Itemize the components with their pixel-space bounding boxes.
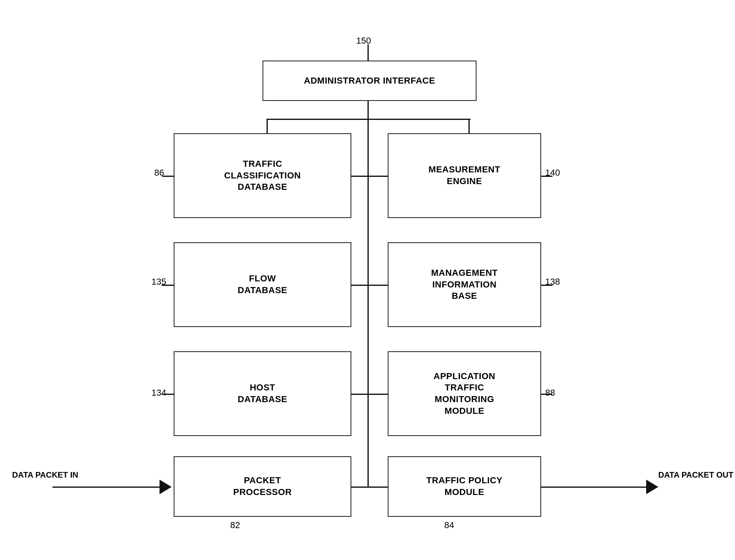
box-host-database: HOST DATABASE [174, 351, 351, 436]
connector-86 [162, 176, 174, 177]
ref-150: 150 [356, 36, 371, 46]
data-packet-in-line [52, 487, 162, 488]
h-conn-right-row4 [368, 487, 388, 488]
box-traffic-policy-module: TRAFFIC POLICY MODULE [388, 456, 541, 517]
data-packet-out-arrowhead [646, 480, 658, 494]
data-packet-out-label: DATA PACKET OUT [658, 470, 733, 480]
box-traffic-classification-db: TRAFFIC CLASSIFICATION DATABASE [174, 133, 351, 218]
data-packet-in-arrowhead [160, 480, 172, 494]
ref-134: 134 [151, 388, 166, 398]
h-conn-right-row2 [368, 285, 388, 286]
ref-84: 84 [444, 520, 454, 531]
h-conn-left-row4 [351, 487, 368, 488]
connector-admin-down [368, 101, 369, 119]
diagram-container: 150 ADMINISTRATOR INTERFACE TRAFFIC CLAS… [0, 0, 735, 560]
connector-150-admin [368, 44, 369, 61]
h-conn-right-row1 [368, 176, 388, 177]
box-management-info-base: MANAGEMENT INFORMATION BASE [388, 242, 541, 327]
center-vertical-line [368, 117, 369, 484]
h-conn-right-row3 [368, 394, 388, 395]
box-flow-database: FLOW DATABASE [174, 242, 351, 327]
connector-134 [162, 394, 174, 395]
connector-135 [162, 285, 174, 286]
box-admin-interface: ADMINISTRATOR INTERFACE [262, 61, 477, 101]
box-measurement-engine: MEASUREMENT ENGINE [388, 133, 541, 218]
connector-right-top [468, 119, 470, 133]
connector-140 [541, 176, 552, 177]
connector-138 [541, 285, 552, 286]
connector-left-top [267, 119, 268, 133]
data-packet-out-line [541, 487, 650, 488]
h-conn-left-row1 [351, 176, 368, 177]
box-app-traffic-monitoring: APPLICATION TRAFFIC MONITORING MODULE [388, 351, 541, 436]
center-line-row4-down [368, 444, 369, 488]
ref-88: 88 [545, 388, 555, 398]
connector-88 [541, 394, 552, 395]
ref-82: 82 [230, 520, 240, 531]
data-packet-in-label: DATA PACKET IN [12, 470, 78, 480]
h-conn-left-row2 [351, 285, 368, 286]
h-conn-left-row3 [351, 394, 368, 395]
box-packet-processor: PACKET PROCESSOR [174, 456, 351, 517]
